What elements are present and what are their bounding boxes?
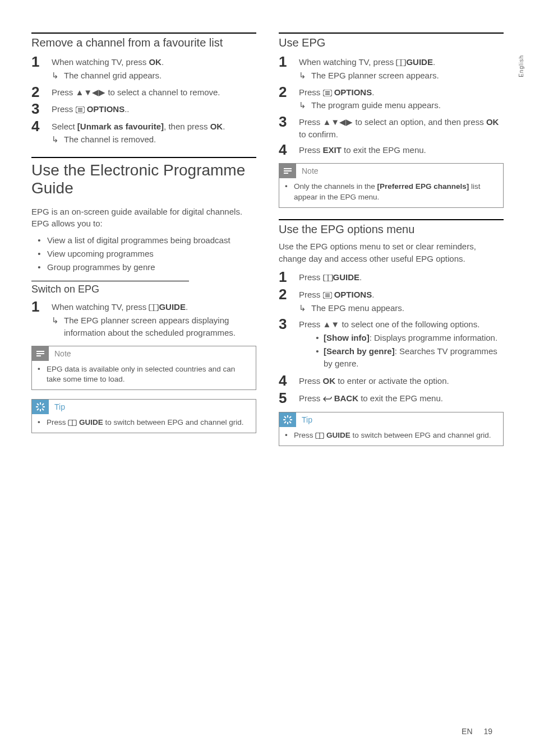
step-text: When watching TV, press — [299, 57, 396, 67]
epg-options-intro: Use the EPG options menu to set or clear… — [279, 240, 504, 265]
list-item: View a list of digital programmes being … — [47, 234, 230, 247]
nav-arrows-icon: ▲▼◀▶ — [323, 117, 353, 127]
step-text: Select — [52, 122, 77, 131]
step-text: When watching TV, press — [52, 57, 149, 67]
result-text: The EPG planner screen appears. — [311, 69, 504, 82]
note-text: Only the channels in the [Preferred EPG … — [294, 182, 497, 203]
step-text: to select a channel to remove. — [105, 87, 220, 97]
step-text: Press — [52, 104, 76, 114]
button-ref-ok: OK — [210, 122, 223, 131]
note-text: EPG data is available only in selected c… — [47, 364, 250, 386]
step-text: to select one of the following options. — [339, 319, 479, 329]
heading-epg-options-menu: Use the EPG options menu — [279, 222, 504, 236]
step-text: to enter or activate the option. — [335, 376, 449, 386]
step-text: Press — [299, 87, 323, 97]
result-arrow-icon: ↳ — [299, 99, 311, 112]
result-text: The channel grid appears. — [64, 69, 256, 82]
language-tab: English — [518, 55, 524, 77]
button-ref-ok: OK — [149, 57, 162, 67]
page-content: Remove a channel from a favourite list 1… — [0, 0, 535, 477]
tip-text: Press GUIDE to switch between EPG and ch… — [294, 430, 491, 441]
steps-epg-options: 1 Press GUIDE. 2 Press OPTIONS. ↳The EPG… — [279, 269, 504, 406]
svg-line-32 — [289, 416, 291, 418]
menu-ref-unmark: [Unmark as favourite] — [77, 122, 164, 131]
step-text: When watching TV, press — [52, 302, 149, 312]
result-arrow-icon: ↳ — [52, 314, 64, 327]
button-ref-ok: OK — [486, 117, 499, 127]
step-text: . — [433, 57, 435, 67]
svg-line-30 — [284, 416, 286, 418]
step-text: Press — [299, 290, 323, 299]
options-icon — [323, 292, 332, 299]
result-arrow-icon: ↳ — [299, 69, 311, 82]
button-ref-options: OPTIONS — [332, 290, 372, 299]
result-text: The EPG menu appears. — [311, 302, 504, 314]
options-icon — [323, 90, 332, 96]
tip-label: Tip — [54, 402, 65, 411]
list-item: View upcoming programmes — [47, 248, 154, 260]
note-icon — [32, 346, 49, 361]
tip-icon — [279, 412, 296, 427]
options-icon — [76, 106, 85, 113]
step-text: Press — [299, 117, 323, 127]
guide-icon — [149, 304, 159, 311]
left-column: Remove a channel from a favourite list 1… — [31, 33, 256, 455]
nav-arrows-icon: ▲▼ — [323, 319, 340, 329]
button-ref-options: OPTIONS — [85, 104, 125, 114]
step-text: to exit the EPG menu. — [342, 145, 426, 155]
heading-remove-channel: Remove a channel from a favourite list — [31, 36, 256, 49]
right-column: Use EPG 1 When watching TV, press GUIDE.… — [279, 33, 504, 455]
step-text: . — [162, 57, 164, 67]
epg-intro: EPG is an on-screen guide available for … — [31, 206, 256, 230]
svg-line-33 — [284, 421, 286, 423]
guide-icon — [315, 433, 324, 439]
step-text: Press — [299, 376, 323, 386]
guide-icon — [323, 275, 333, 281]
result-arrow-icon: ↳ — [299, 302, 311, 314]
step-text: Press — [299, 393, 323, 403]
note-callout: Note EPG data is available only in selec… — [31, 346, 256, 391]
button-ref-guide: GUIDE — [406, 57, 433, 67]
step-text: . — [359, 272, 362, 282]
option-search-by-genre: [Search by genre]: Searches TV programme… — [324, 345, 504, 370]
tip-callout: Tip Press GUIDE to switch between EPG an… — [279, 412, 504, 446]
guide-icon — [68, 420, 77, 426]
heading-switch-on-epg: Switch on EPG — [31, 284, 256, 295]
back-icon — [323, 396, 332, 402]
step-text: . — [186, 302, 188, 312]
svg-line-13 — [42, 403, 44, 405]
footer-page-number: 19 — [483, 727, 492, 736]
step-text: Press — [299, 272, 323, 282]
steps-use-epg: 1 When watching TV, press GUIDE. ↳The EP… — [279, 54, 504, 157]
svg-line-31 — [289, 421, 291, 423]
heading-epg-main: Use the Electronic Programme Guide — [31, 161, 256, 197]
guide-icon — [396, 59, 406, 66]
step-text: to exit the EPG menu. — [358, 393, 443, 403]
svg-line-12 — [42, 409, 44, 410]
footer-lang: EN — [462, 727, 472, 736]
page-footer: EN 19 — [462, 727, 492, 736]
steps-switch-on-epg: 1 When watching TV, press GUIDE. ↳The EP… — [31, 299, 256, 340]
result-text: The channel is removed. — [64, 133, 256, 146]
svg-line-11 — [37, 403, 39, 405]
result-arrow-icon: ↳ — [52, 69, 64, 82]
step-text: to select an option, and then press — [353, 117, 486, 127]
result-text: The program guide menu appears. — [311, 99, 504, 112]
note-label: Note — [54, 349, 71, 358]
tip-callout: Tip Press GUIDE to switch between EPG an… — [31, 399, 256, 433]
svg-line-14 — [37, 409, 39, 410]
step-text: . — [223, 122, 225, 131]
button-ref-guide: GUIDE — [333, 272, 360, 282]
step-text: .. — [124, 104, 129, 114]
step-text: Press — [52, 87, 76, 97]
step-text: . — [372, 87, 374, 97]
heading-use-epg: Use EPG — [279, 36, 504, 49]
step-text: to confirm. — [299, 129, 338, 139]
option-show-info: [Show info]: Displays programme informat… — [324, 332, 497, 344]
result-text: The EPG planner screen appears displayin… — [64, 314, 256, 339]
steps-remove-channel: 1 When watching TV, press OK. ↳The chann… — [31, 54, 256, 147]
button-ref-options: OPTIONS — [332, 87, 372, 97]
tip-icon — [32, 400, 49, 414]
step-text: . — [372, 290, 374, 299]
note-callout: Note Only the channels in the [Preferred… — [279, 163, 504, 208]
